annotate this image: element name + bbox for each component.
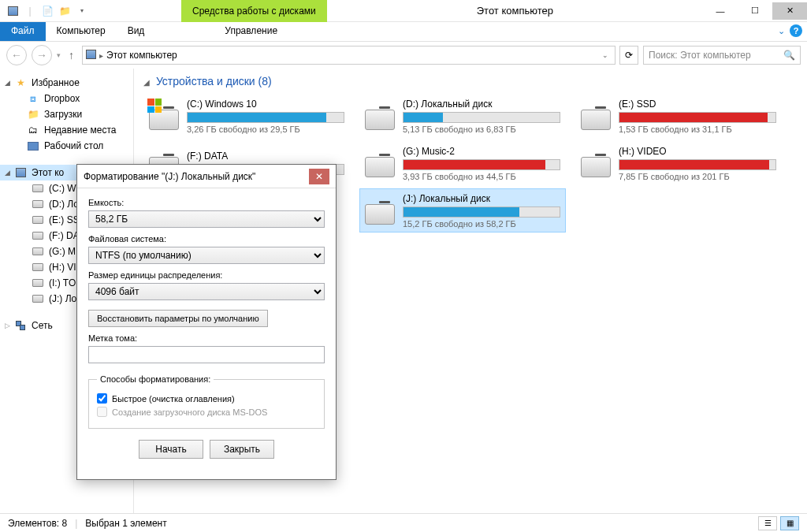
app-icon — [5, 3, 20, 19]
sidebar-favorites-header[interactable]: ◢ ★ Избранное — [0, 75, 133, 91]
network-icon — [14, 319, 27, 332]
context-tab-disk-tools: Средства работы с дисками — [181, 0, 327, 22]
drive-usage-bar — [619, 159, 776, 170]
breadcrumb-dropdown-icon[interactable]: ⌄ — [602, 51, 608, 59]
refresh-button[interactable]: ⟳ — [619, 46, 638, 65]
quick-format-label: Быстрое (очистка оглавления) — [112, 394, 235, 404]
close-dialog-button[interactable]: Закрыть — [210, 440, 274, 459]
view-details-button[interactable]: ☰ — [758, 516, 777, 530]
dialog-close-button[interactable]: ✕ — [309, 169, 329, 184]
capacity-select[interactable]: 58,2 ГБ — [88, 210, 325, 228]
status-count: Элементов: 8 — [8, 518, 67, 529]
drive-icon — [32, 245, 44, 258]
window-title: Этот компьютер — [327, 5, 703, 17]
tab-computer[interactable]: Компьютер — [46, 22, 117, 41]
drive-usage-bar — [403, 206, 560, 218]
drive-usage-bar — [187, 112, 344, 123]
view-tiles-button[interactable]: ▦ — [780, 516, 799, 530]
close-button[interactable]: ✕ — [772, 2, 807, 20]
drive-usage-bar — [403, 159, 560, 170]
sidebar-item-recent[interactable]: 🗂Недавние места — [0, 122, 133, 138]
drive-icon — [365, 147, 396, 179]
status-selection: Выбран 1 элемент — [85, 518, 166, 529]
drive-item[interactable]: (D:) Локальный диск5,13 ГБ свободно из 6… — [359, 94, 566, 138]
search-input[interactable]: Поиск: Этот компьютер 🔍 — [643, 46, 801, 65]
breadcrumb-pc-icon — [86, 50, 96, 61]
sidebar-item-dropbox[interactable]: ⧈Dropbox — [0, 91, 133, 106]
drive-icon — [149, 100, 180, 132]
drive-free-text: 5,13 ГБ свободно из 6,83 ГБ — [403, 125, 560, 134]
collapse-icon[interactable]: ◢ — [5, 169, 10, 177]
nav-back-button[interactable]: ← — [6, 45, 27, 65]
dropbox-icon: ⧈ — [27, 92, 39, 105]
section-collapse-icon[interactable]: ◢ — [143, 78, 150, 87]
capacity-label: Емкость: — [88, 198, 325, 207]
drive-item[interactable]: (H:) VIDEO7,85 ГБ свободно из 201 ГБ — [575, 141, 782, 185]
drive-free-text: 7,85 ГБ свободно из 201 ГБ — [619, 172, 776, 181]
collapse-icon[interactable]: ◢ — [5, 79, 10, 87]
pc-icon — [14, 166, 27, 179]
drive-icon — [32, 214, 44, 226]
desktop-icon — [27, 140, 39, 152]
filesystem-select[interactable]: NTFS (по умолчанию) — [88, 247, 325, 264]
sidebar-item-desktop[interactable]: Рабочий стол — [0, 138, 133, 154]
drive-icon — [32, 277, 44, 289]
nav-up-button[interactable]: ↑ — [65, 49, 77, 61]
drive-icon — [365, 195, 396, 226]
restore-defaults-button[interactable]: Восстановить параметры по умолчанию — [88, 310, 268, 327]
format-dialog: Форматирование "(J:) Локальный диск" ✕ Е… — [76, 164, 337, 480]
drive-free-text: 15,2 ГБ свободно из 58,2 ГБ — [403, 219, 560, 229]
qat-dropdown-icon[interactable]: ▾ — [74, 3, 90, 19]
drive-name: (D:) Локальный диск — [403, 99, 560, 110]
breadcrumb[interactable]: ▸ Этот компьютер ⌄ — [82, 46, 615, 65]
volume-label-label: Метка тома: — [88, 333, 325, 343]
section-heading[interactable]: ◢ Устройства и диски (8) — [143, 75, 798, 87]
drive-usage-bar — [619, 112, 776, 123]
drive-free-text: 3,93 ГБ свободно из 44,5 ГБ — [403, 172, 560, 181]
help-icon[interactable]: ? — [790, 24, 802, 37]
allocation-select[interactable]: 4096 байт — [88, 283, 325, 300]
drive-item[interactable]: (G:) Music-23,93 ГБ свободно из 44,5 ГБ — [359, 141, 566, 185]
drive-icon — [32, 292, 44, 305]
folder-icon: 📁 — [27, 108, 39, 121]
drive-name: (J:) Локальный диск — [403, 193, 560, 204]
qat-newfolder-icon[interactable]: 📁 — [57, 3, 73, 19]
start-button[interactable]: Начать — [139, 440, 203, 459]
msdos-boot-label: Создание загрузочного диска MS-DOS — [112, 407, 267, 417]
drive-name: (H:) VIDEO — [619, 146, 776, 157]
qat-properties-icon[interactable]: 📄 — [39, 3, 55, 19]
dialog-title: Форматирование "(J:) Локальный диск" — [84, 171, 255, 182]
drive-name: (G:) Music-2 — [403, 146, 560, 157]
maximize-button[interactable]: ☐ — [738, 2, 772, 20]
drive-icon — [32, 182, 44, 195]
drive-icon — [581, 147, 612, 179]
ribbon-expand-icon[interactable]: ⌄ — [778, 26, 785, 36]
star-icon: ★ — [14, 76, 27, 89]
drive-item[interactable]: (C:) Windows 103,26 ГБ свободно из 29,5 … — [143, 94, 350, 138]
nav-forward-button[interactable]: → — [32, 45, 52, 65]
filesystem-label: Файловая система: — [88, 234, 325, 244]
minimize-button[interactable]: — — [703, 2, 738, 20]
search-icon: 🔍 — [783, 50, 795, 61]
search-placeholder: Поиск: Этот компьютер — [649, 50, 751, 61]
drive-icon — [32, 261, 44, 273]
nav-history-icon[interactable]: ▾ — [57, 51, 61, 59]
drive-name: (C:) Windows 10 — [187, 99, 344, 110]
qat-sep: | — [22, 3, 38, 19]
drive-icon — [365, 100, 396, 132]
tab-view[interactable]: Вид — [117, 22, 156, 41]
drive-usage-bar — [403, 112, 560, 123]
drive-item[interactable]: (E:) SSD1,53 ГБ свободно из 31,1 ГБ — [575, 94, 782, 138]
drive-free-text: 3,26 ГБ свободно из 29,5 ГБ — [187, 125, 344, 134]
drive-free-text: 1,53 ГБ свободно из 31,1 ГБ — [619, 125, 776, 134]
tab-file[interactable]: Файл — [0, 22, 46, 41]
drive-name: (E:) SSD — [619, 99, 776, 110]
tab-manage[interactable]: Управление — [206, 22, 296, 41]
drive-item[interactable]: (J:) Локальный диск15,2 ГБ свободно из 5… — [359, 188, 566, 233]
drive-icon — [32, 198, 44, 210]
volume-label-input[interactable] — [88, 346, 325, 363]
quick-format-checkbox[interactable] — [97, 393, 107, 404]
sidebar-item-downloads[interactable]: 📁Загрузки — [0, 106, 133, 122]
expand-icon[interactable]: ▷ — [5, 322, 10, 329]
breadcrumb-location[interactable]: Этот компьютер — [106, 50, 177, 61]
